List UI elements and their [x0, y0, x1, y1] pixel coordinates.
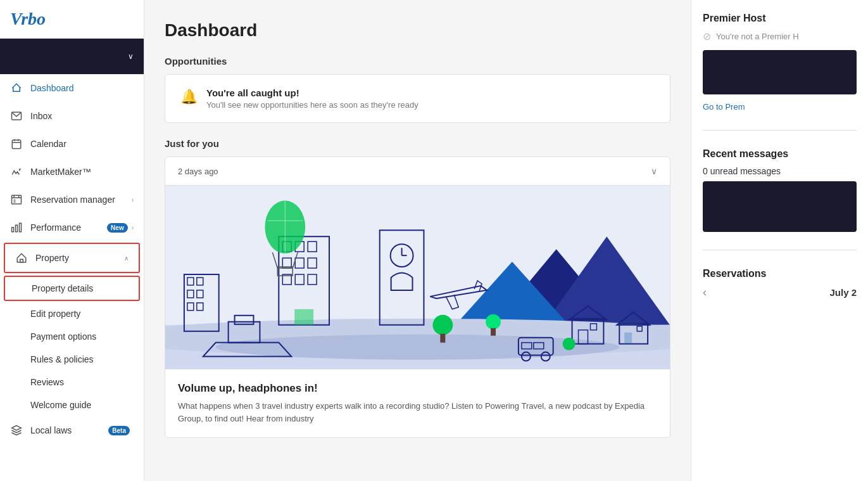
sidebar-item-label-local-laws: Local laws — [30, 425, 108, 435]
unread-count-label: 0 unread messages — [703, 166, 857, 176]
svg-rect-1 — [12, 140, 21, 149]
reservations-title: Reservations — [703, 268, 857, 279]
not-premier-host-row: ⊘ You're not a Premier H — [703, 30, 857, 42]
main-content: Dashboard Opportunities 🔔 You're all cau… — [144, 0, 691, 481]
inbox-icon — [10, 110, 23, 122]
svg-rect-14 — [20, 259, 23, 262]
sidebar-item-label-property: Property — [35, 253, 124, 263]
no-circle-icon: ⊘ — [703, 30, 711, 42]
main-nav: Dashboard Inbox Calendar MarketMaker™ — [0, 74, 144, 444]
divider-2 — [703, 250, 857, 250]
dashboard-icon — [10, 82, 23, 94]
jfy-chevron-icon: ∨ — [651, 166, 657, 176]
logo: Vrbo — [10, 9, 46, 29]
recent-messages-section: Recent messages 0 unread messages — [703, 148, 857, 232]
recent-messages-title: Recent messages — [703, 148, 857, 160]
jfy-time-label: 2 days ago — [178, 167, 218, 176]
opportunities-section-label: Opportunities — [165, 56, 670, 67]
right-panel: Premier Host ⊘ You're not a Premier H Go… — [691, 0, 868, 481]
marketmaker-icon — [10, 165, 23, 178]
premier-host-section: Premier Host ⊘ You're not a Premier H Go… — [703, 13, 857, 112]
sidebar: Vrbo ∨ Dashboard Inbox Calendar — [0, 0, 144, 481]
sidebar-item-performance[interactable]: Performance New › — [0, 214, 144, 241]
sidebar-item-inbox[interactable]: Inbox — [0, 102, 144, 130]
logo-area: Vrbo — [0, 0, 144, 39]
sidebar-item-reservation-manager[interactable]: Reservation manager › — [0, 186, 144, 214]
just-for-you-section: Just for you 2 days ago ∨ — [165, 138, 670, 438]
performance-icon — [10, 221, 23, 234]
sidebar-item-label-reservation-manager: Reservation manager — [30, 195, 132, 205]
svg-rect-39 — [294, 309, 313, 325]
sidebar-item-label-marketmaker: MarketMaker™ — [30, 167, 134, 177]
svg-rect-5 — [12, 195, 22, 204]
sidebar-item-label-inbox: Inbox — [30, 111, 134, 121]
opportunities-card: 🔔 You're all caught up! You'll see new o… — [165, 74, 670, 123]
sidebar-subitem-welcome-guide[interactable]: Welcome guide — [0, 394, 144, 416]
property-details-highlighted-container: Property details — [4, 276, 140, 301]
sidebar-subitem-reviews[interactable]: Reviews — [0, 371, 144, 394]
sidebar-item-label-performance: Performance — [30, 222, 107, 233]
jfy-header: 2 days ago ∨ — [165, 157, 670, 186]
property-chevron: ∧ — [124, 255, 129, 262]
svg-rect-52 — [491, 328, 496, 336]
svg-rect-12 — [16, 225, 18, 232]
svg-rect-61 — [624, 333, 632, 344]
sidebar-subitem-edit-property[interactable]: Edit property — [0, 302, 144, 325]
svg-rect-11 — [12, 228, 14, 232]
performance-chevron: › — [132, 224, 134, 231]
property-switcher-chevron: ∨ — [128, 52, 134, 61]
svg-point-51 — [486, 314, 501, 330]
sidebar-item-marketmaker[interactable]: MarketMaker™ — [0, 158, 144, 186]
messages-image — [703, 181, 857, 232]
property-switcher[interactable]: ∨ — [0, 39, 144, 74]
svg-point-49 — [432, 315, 453, 335]
sidebar-subitem-payment-options[interactable]: Payment options — [0, 325, 144, 348]
sidebar-subitem-property-details[interactable]: Property details — [5, 277, 139, 300]
sidebar-item-local-laws[interactable]: Local laws Beta — [0, 416, 144, 444]
sidebar-item-calendar[interactable]: Calendar — [0, 130, 144, 158]
just-for-you-card: 2 days ago ∨ — [165, 157, 670, 438]
reservations-date: July 2 — [829, 287, 857, 298]
jfy-illustration — [165, 186, 670, 369]
bell-icon: 🔔 — [180, 89, 198, 105]
local-laws-icon — [10, 424, 23, 437]
sidebar-item-property[interactable]: Property ∧ — [5, 244, 139, 272]
svg-point-68 — [563, 338, 576, 350]
sidebar-item-label-dashboard: Dashboard — [30, 83, 134, 93]
opportunities-subtitle: You'll see new opportunities here as soo… — [206, 100, 418, 110]
divider-1 — [703, 130, 857, 131]
go-to-premier-link[interactable]: Go to Prem — [703, 102, 745, 112]
performance-badge: New — [107, 223, 128, 233]
sidebar-item-label-calendar: Calendar — [30, 139, 134, 149]
not-premier-text: You're not a Premier H — [716, 32, 799, 41]
reservation-manager-icon — [10, 193, 23, 206]
property-section-container: Property ∧ — [4, 243, 140, 273]
sidebar-subitem-rules-policies[interactable]: Rules & policies — [0, 348, 144, 371]
reservations-prev-arrow[interactable]: ‹ — [703, 286, 707, 299]
premier-host-image — [703, 50, 857, 94]
property-subitems: Property details Edit property Payment o… — [0, 276, 144, 416]
local-laws-badge: Beta — [108, 426, 130, 435]
jfy-article-body: What happens when 3 travel industry expe… — [178, 400, 657, 425]
calendar-icon — [10, 138, 23, 150]
page-title: Dashboard — [165, 20, 670, 41]
reservation-manager-chevron: › — [132, 196, 134, 203]
svg-rect-50 — [440, 334, 445, 343]
just-for-you-label: Just for you — [165, 138, 670, 149]
jfy-content: Volume up, headphones in! What happens w… — [165, 369, 670, 437]
opportunities-title: You're all caught up! — [206, 87, 418, 98]
opportunities-text: You're all caught up! You'll see new opp… — [206, 87, 418, 110]
premier-host-title: Premier Host — [703, 13, 857, 24]
sidebar-item-dashboard[interactable]: Dashboard — [0, 74, 144, 102]
property-icon — [15, 252, 28, 264]
svg-rect-13 — [20, 223, 22, 232]
reservations-nav: ‹ July 2 — [703, 286, 857, 299]
reservations-section: Reservations ‹ July 2 — [703, 268, 857, 299]
jfy-article-title: Volume up, headphones in! — [178, 382, 657, 395]
